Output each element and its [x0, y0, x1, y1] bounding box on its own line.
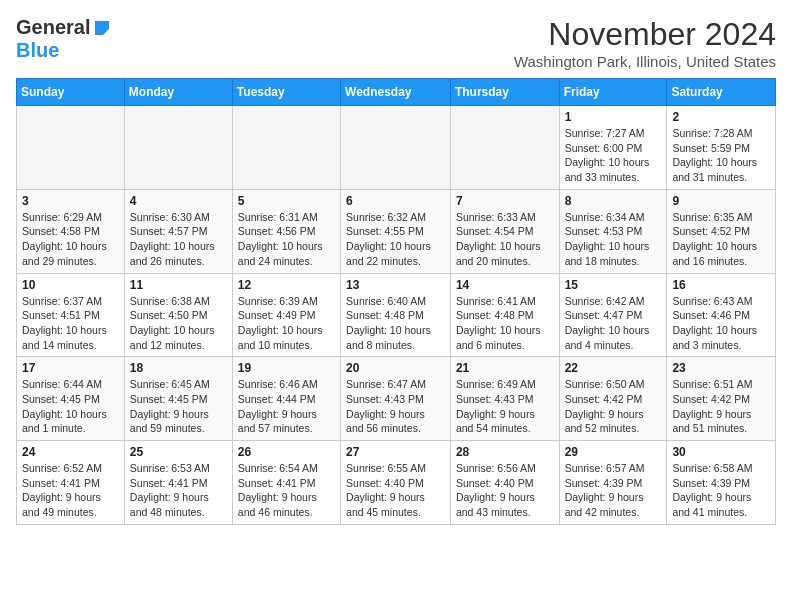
day-number: 16: [672, 278, 770, 292]
day-number: 11: [130, 278, 227, 292]
logo-general: General: [16, 16, 90, 39]
calendar-day: [232, 106, 340, 190]
day-number: 24: [22, 445, 119, 459]
column-header-wednesday: Wednesday: [341, 79, 451, 106]
calendar-day: 20Sunrise: 6:47 AM Sunset: 4:43 PM Dayli…: [341, 357, 451, 441]
title-section: November 2024 Washington Park, Illinois,…: [514, 16, 776, 70]
column-header-saturday: Saturday: [667, 79, 776, 106]
day-info: Sunrise: 6:32 AM Sunset: 4:55 PM Dayligh…: [346, 210, 445, 269]
calendar: SundayMondayTuesdayWednesdayThursdayFrid…: [16, 78, 776, 525]
day-info: Sunrise: 6:40 AM Sunset: 4:48 PM Dayligh…: [346, 294, 445, 353]
calendar-day: 11Sunrise: 6:38 AM Sunset: 4:50 PM Dayli…: [124, 273, 232, 357]
calendar-day: 30Sunrise: 6:58 AM Sunset: 4:39 PM Dayli…: [667, 441, 776, 525]
calendar-day: 24Sunrise: 6:52 AM Sunset: 4:41 PM Dayli…: [17, 441, 125, 525]
day-number: 29: [565, 445, 662, 459]
day-number: 30: [672, 445, 770, 459]
day-info: Sunrise: 6:56 AM Sunset: 4:40 PM Dayligh…: [456, 461, 554, 520]
calendar-day: 21Sunrise: 6:49 AM Sunset: 4:43 PM Dayli…: [450, 357, 559, 441]
column-header-friday: Friday: [559, 79, 667, 106]
calendar-day: 6Sunrise: 6:32 AM Sunset: 4:55 PM Daylig…: [341, 189, 451, 273]
day-info: Sunrise: 6:54 AM Sunset: 4:41 PM Dayligh…: [238, 461, 335, 520]
calendar-day: [124, 106, 232, 190]
calendar-day: 22Sunrise: 6:50 AM Sunset: 4:42 PM Dayli…: [559, 357, 667, 441]
day-info: Sunrise: 6:43 AM Sunset: 4:46 PM Dayligh…: [672, 294, 770, 353]
calendar-day: 12Sunrise: 6:39 AM Sunset: 4:49 PM Dayli…: [232, 273, 340, 357]
day-info: Sunrise: 6:46 AM Sunset: 4:44 PM Dayligh…: [238, 377, 335, 436]
calendar-day: 5Sunrise: 6:31 AM Sunset: 4:56 PM Daylig…: [232, 189, 340, 273]
day-info: Sunrise: 6:39 AM Sunset: 4:49 PM Dayligh…: [238, 294, 335, 353]
month-title: November 2024: [514, 16, 776, 53]
column-header-monday: Monday: [124, 79, 232, 106]
day-number: 2: [672, 110, 770, 124]
calendar-week-1: 1Sunrise: 7:27 AM Sunset: 6:00 PM Daylig…: [17, 106, 776, 190]
day-info: Sunrise: 7:28 AM Sunset: 5:59 PM Dayligh…: [672, 126, 770, 185]
calendar-day: 23Sunrise: 6:51 AM Sunset: 4:42 PM Dayli…: [667, 357, 776, 441]
location-title: Washington Park, Illinois, United States: [514, 53, 776, 70]
logo-icon: [93, 19, 111, 37]
day-number: 8: [565, 194, 662, 208]
day-number: 3: [22, 194, 119, 208]
day-number: 10: [22, 278, 119, 292]
day-number: 18: [130, 361, 227, 375]
calendar-header-row: SundayMondayTuesdayWednesdayThursdayFrid…: [17, 79, 776, 106]
calendar-day: 19Sunrise: 6:46 AM Sunset: 4:44 PM Dayli…: [232, 357, 340, 441]
calendar-day: 3Sunrise: 6:29 AM Sunset: 4:58 PM Daylig…: [17, 189, 125, 273]
day-info: Sunrise: 6:38 AM Sunset: 4:50 PM Dayligh…: [130, 294, 227, 353]
day-info: Sunrise: 6:58 AM Sunset: 4:39 PM Dayligh…: [672, 461, 770, 520]
day-info: Sunrise: 6:45 AM Sunset: 4:45 PM Dayligh…: [130, 377, 227, 436]
day-number: 20: [346, 361, 445, 375]
calendar-week-3: 10Sunrise: 6:37 AM Sunset: 4:51 PM Dayli…: [17, 273, 776, 357]
calendar-week-5: 24Sunrise: 6:52 AM Sunset: 4:41 PM Dayli…: [17, 441, 776, 525]
day-number: 14: [456, 278, 554, 292]
day-info: Sunrise: 6:44 AM Sunset: 4:45 PM Dayligh…: [22, 377, 119, 436]
day-info: Sunrise: 6:30 AM Sunset: 4:57 PM Dayligh…: [130, 210, 227, 269]
calendar-day: [17, 106, 125, 190]
day-number: 15: [565, 278, 662, 292]
day-info: Sunrise: 6:57 AM Sunset: 4:39 PM Dayligh…: [565, 461, 662, 520]
day-info: Sunrise: 6:34 AM Sunset: 4:53 PM Dayligh…: [565, 210, 662, 269]
svg-marker-0: [95, 21, 109, 35]
day-number: 1: [565, 110, 662, 124]
day-number: 13: [346, 278, 445, 292]
day-info: Sunrise: 6:55 AM Sunset: 4:40 PM Dayligh…: [346, 461, 445, 520]
calendar-day: 7Sunrise: 6:33 AM Sunset: 4:54 PM Daylig…: [450, 189, 559, 273]
calendar-day: 10Sunrise: 6:37 AM Sunset: 4:51 PM Dayli…: [17, 273, 125, 357]
calendar-day: 9Sunrise: 6:35 AM Sunset: 4:52 PM Daylig…: [667, 189, 776, 273]
logo-blue: Blue: [16, 39, 59, 61]
day-info: Sunrise: 6:53 AM Sunset: 4:41 PM Dayligh…: [130, 461, 227, 520]
day-info: Sunrise: 6:50 AM Sunset: 4:42 PM Dayligh…: [565, 377, 662, 436]
day-number: 6: [346, 194, 445, 208]
calendar-day: 2Sunrise: 7:28 AM Sunset: 5:59 PM Daylig…: [667, 106, 776, 190]
day-number: 22: [565, 361, 662, 375]
calendar-day: 1Sunrise: 7:27 AM Sunset: 6:00 PM Daylig…: [559, 106, 667, 190]
column-header-thursday: Thursday: [450, 79, 559, 106]
calendar-day: 15Sunrise: 6:42 AM Sunset: 4:47 PM Dayli…: [559, 273, 667, 357]
day-number: 27: [346, 445, 445, 459]
day-number: 17: [22, 361, 119, 375]
day-info: Sunrise: 6:52 AM Sunset: 4:41 PM Dayligh…: [22, 461, 119, 520]
day-info: Sunrise: 6:31 AM Sunset: 4:56 PM Dayligh…: [238, 210, 335, 269]
calendar-day: 28Sunrise: 6:56 AM Sunset: 4:40 PM Dayli…: [450, 441, 559, 525]
day-info: Sunrise: 6:42 AM Sunset: 4:47 PM Dayligh…: [565, 294, 662, 353]
calendar-day: 17Sunrise: 6:44 AM Sunset: 4:45 PM Dayli…: [17, 357, 125, 441]
calendar-day: 13Sunrise: 6:40 AM Sunset: 4:48 PM Dayli…: [341, 273, 451, 357]
calendar-day: 4Sunrise: 6:30 AM Sunset: 4:57 PM Daylig…: [124, 189, 232, 273]
calendar-day: [341, 106, 451, 190]
day-number: 28: [456, 445, 554, 459]
calendar-day: 25Sunrise: 6:53 AM Sunset: 4:41 PM Dayli…: [124, 441, 232, 525]
day-info: Sunrise: 6:47 AM Sunset: 4:43 PM Dayligh…: [346, 377, 445, 436]
calendar-day: 29Sunrise: 6:57 AM Sunset: 4:39 PM Dayli…: [559, 441, 667, 525]
calendar-week-2: 3Sunrise: 6:29 AM Sunset: 4:58 PM Daylig…: [17, 189, 776, 273]
calendar-week-4: 17Sunrise: 6:44 AM Sunset: 4:45 PM Dayli…: [17, 357, 776, 441]
calendar-day: 26Sunrise: 6:54 AM Sunset: 4:41 PM Dayli…: [232, 441, 340, 525]
day-number: 5: [238, 194, 335, 208]
day-info: Sunrise: 6:41 AM Sunset: 4:48 PM Dayligh…: [456, 294, 554, 353]
calendar-day: 16Sunrise: 6:43 AM Sunset: 4:46 PM Dayli…: [667, 273, 776, 357]
day-number: 19: [238, 361, 335, 375]
calendar-day: 27Sunrise: 6:55 AM Sunset: 4:40 PM Dayli…: [341, 441, 451, 525]
day-info: Sunrise: 6:49 AM Sunset: 4:43 PM Dayligh…: [456, 377, 554, 436]
day-info: Sunrise: 6:37 AM Sunset: 4:51 PM Dayligh…: [22, 294, 119, 353]
calendar-day: [450, 106, 559, 190]
header: General Blue November 2024 Washington Pa…: [16, 16, 776, 70]
day-info: Sunrise: 6:35 AM Sunset: 4:52 PM Dayligh…: [672, 210, 770, 269]
